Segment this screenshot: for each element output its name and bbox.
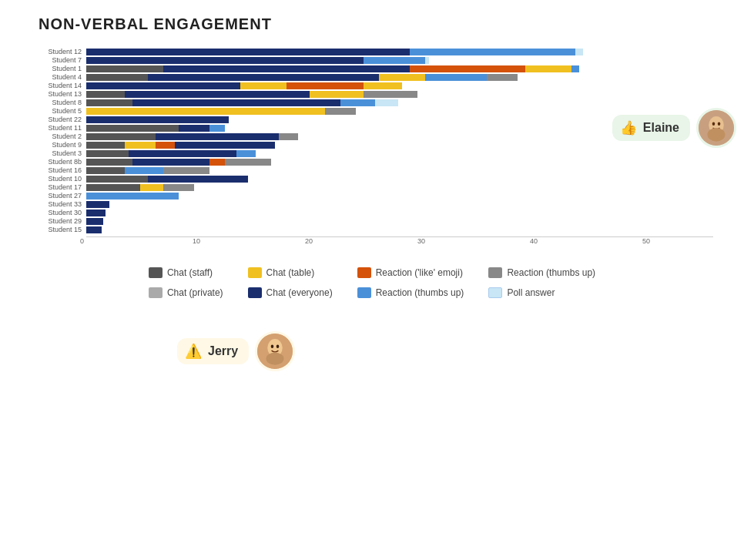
bar-segment	[86, 82, 240, 89]
legend-label: Chat (private)	[167, 287, 223, 298]
bar-segment	[379, 74, 425, 81]
bar-segment	[175, 142, 275, 149]
legend-item: Chat (private)	[149, 287, 223, 298]
bar-segment	[279, 133, 298, 140]
bar-row-19	[86, 210, 713, 216]
bar-segment	[156, 142, 175, 149]
bar-segment	[163, 184, 194, 191]
svg-point-3	[718, 122, 721, 125]
bar-segment	[209, 159, 225, 166]
legend-swatch	[248, 287, 262, 298]
bar-segment	[125, 91, 310, 98]
bar-row-4	[86, 82, 713, 89]
bar-segment	[375, 99, 398, 106]
bar-segment	[125, 167, 163, 174]
warning-icon: ⚠️	[185, 343, 202, 360]
elaine-name: Elaine	[643, 121, 679, 135]
bar-segment	[86, 218, 103, 225]
bar-segment	[179, 125, 209, 132]
legend-item: Chat (table)	[248, 267, 333, 278]
legend-item: Reaction ('like' emoji)	[357, 267, 464, 278]
bar-segment	[86, 116, 229, 123]
bar-segment	[86, 142, 125, 149]
elaine-avatar	[696, 108, 736, 148]
bar-segment	[140, 184, 163, 191]
bar-row-0	[86, 49, 713, 55]
elaine-tooltip: 👍 Elaine	[612, 108, 736, 148]
legend-item: Poll answer	[488, 287, 595, 298]
jerry-tooltip: ⚠️ Jerry	[177, 331, 295, 371]
x-tick-50: 50	[642, 237, 650, 245]
bar-segment	[86, 133, 156, 140]
bar-row-16	[86, 184, 713, 191]
x-tick-0: 0	[80, 237, 84, 245]
svg-point-2	[712, 122, 716, 125]
bar-segment	[425, 74, 487, 81]
x-tick-30: 30	[417, 237, 425, 245]
y-label-21: Student 15	[31, 226, 86, 235]
bar-segment	[525, 65, 571, 72]
elaine-tooltip-box: 👍 Elaine	[612, 115, 690, 141]
bar-segment	[86, 74, 148, 81]
bar-segment	[240, 82, 287, 89]
bar-segment	[148, 176, 248, 183]
bar-segment	[86, 184, 140, 191]
bar-segment	[410, 49, 575, 55]
bar-segment	[86, 201, 109, 208]
bar-segment	[287, 82, 364, 89]
bar-segment	[425, 57, 429, 64]
legend-swatch	[488, 267, 502, 278]
bar-segment	[156, 133, 279, 140]
bar-segment	[86, 65, 163, 72]
bar-row-2	[86, 65, 713, 72]
bar-segment	[86, 193, 179, 200]
x-tick-40: 40	[530, 237, 538, 245]
bar-segment	[86, 99, 132, 106]
legend-item: Chat (staff)	[149, 267, 223, 278]
legend-label: Reaction (thumbs up)	[507, 267, 595, 278]
bar-segment	[86, 150, 129, 157]
legend-label: Reaction (thumbs up)	[376, 287, 464, 298]
x-tick-10: 10	[193, 237, 200, 245]
bar-row-17	[86, 193, 713, 200]
x-tick-20: 20	[305, 237, 313, 245]
bar-segment	[86, 49, 410, 55]
bar-row-13	[86, 159, 713, 166]
bar-segment	[209, 125, 225, 132]
bar-segment	[132, 159, 209, 166]
bar-segment	[163, 65, 410, 72]
bar-row-3	[86, 74, 713, 81]
bar-segment	[225, 159, 271, 166]
legend-label: Reaction ('like' emoji)	[376, 267, 463, 278]
bar-segment	[86, 108, 325, 115]
bar-segment	[129, 150, 236, 157]
legend-swatch	[357, 267, 371, 278]
legend-item: Chat (everyone)	[248, 287, 333, 298]
svg-point-4	[708, 128, 726, 142]
bar-segment	[86, 91, 125, 98]
bar-segment	[364, 57, 425, 64]
bar-row-18	[86, 201, 713, 208]
bar-segment	[310, 91, 364, 98]
legend-swatch	[149, 287, 163, 298]
bar-segment	[236, 150, 256, 157]
jerry-avatar	[255, 331, 295, 371]
legend-swatch	[149, 267, 163, 278]
bar-row-15	[86, 176, 713, 183]
bar-segment	[364, 82, 402, 89]
svg-point-8	[276, 345, 280, 348]
legend-swatch	[357, 287, 371, 298]
bar-segment	[86, 226, 102, 233]
legend-label: Poll answer	[507, 287, 555, 298]
bar-segment	[86, 210, 106, 216]
bar-segment	[325, 108, 356, 115]
page-title: NON-VERBAL ENGAGEMENT	[39, 15, 713, 33]
legend-label: Chat (everyone)	[266, 287, 333, 298]
bar-segment	[163, 167, 209, 174]
legend-label: Chat (staff)	[167, 267, 213, 278]
bar-segment	[410, 65, 525, 72]
bar-row-1	[86, 57, 713, 64]
bar-row-5	[86, 91, 713, 98]
bar-row-20	[86, 218, 713, 225]
legend: Chat (staff)Chat (table)Reaction ('like'…	[31, 267, 713, 298]
